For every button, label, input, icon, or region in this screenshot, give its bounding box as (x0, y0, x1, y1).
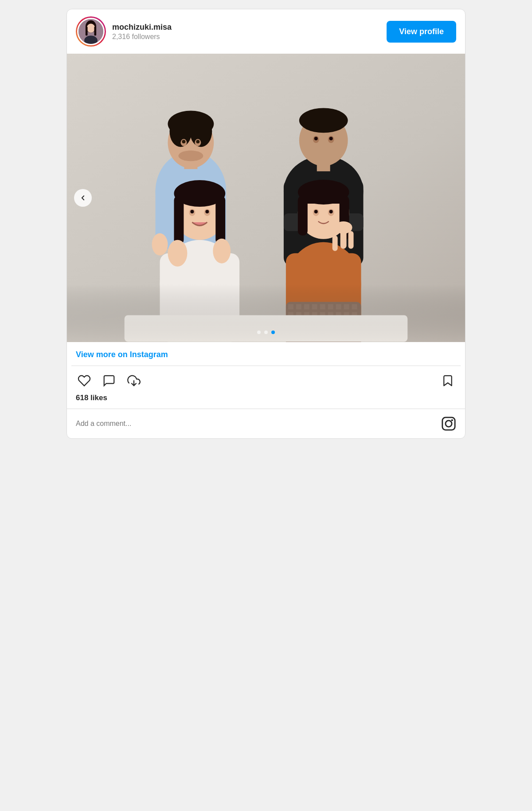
carousel-dot-2[interactable] (264, 331, 268, 334)
svg-point-75 (314, 210, 318, 213)
comment-area (67, 409, 465, 438)
avatar-ring[interactable] (76, 16, 106, 47)
svg-rect-84 (442, 417, 455, 430)
svg-rect-78 (348, 231, 354, 249)
comment-input[interactable] (76, 420, 441, 428)
svg-point-26 (316, 109, 332, 121)
post-header: mochizuki.misa 2,316 followers View prof… (67, 9, 465, 54)
comment-button[interactable] (101, 372, 117, 389)
share-button[interactable] (125, 372, 142, 389)
actions-row (67, 366, 465, 392)
followers-count: 2,316 followers (112, 33, 172, 41)
actions-left (76, 372, 142, 389)
svg-rect-5 (94, 27, 96, 36)
like-button[interactable] (76, 372, 93, 389)
svg-point-2 (87, 24, 95, 33)
svg-point-44 (152, 233, 168, 256)
svg-point-80 (335, 221, 352, 234)
heart-icon (78, 374, 91, 387)
svg-point-43 (168, 240, 187, 267)
chevron-left-icon (79, 194, 87, 202)
post-image-container (67, 54, 465, 342)
view-more-link[interactable]: View more on Instagram (76, 350, 168, 359)
profile-section: mochizuki.misa 2,316 followers (76, 16, 172, 47)
carousel-dots (257, 331, 275, 334)
svg-point-30 (329, 137, 333, 140)
svg-point-86 (451, 419, 453, 421)
svg-point-17 (182, 140, 185, 143)
carousel-prev-button[interactable] (74, 189, 92, 207)
svg-rect-70 (304, 196, 344, 204)
view-profile-button[interactable]: View profile (387, 21, 456, 43)
username: mochizuki.misa (112, 23, 172, 32)
view-more-section: View more on Instagram (67, 342, 465, 366)
svg-point-19 (178, 150, 203, 161)
likes-count: 618 likes (67, 392, 465, 409)
svg-rect-38 (215, 196, 225, 244)
svg-point-29 (314, 137, 318, 140)
svg-point-42 (205, 210, 209, 213)
svg-point-76 (329, 210, 333, 213)
profile-info: mochizuki.misa 2,316 followers (112, 23, 172, 41)
svg-point-18 (196, 140, 200, 143)
carousel-dot-3[interactable] (271, 331, 275, 334)
share-icon (127, 374, 141, 387)
svg-point-45 (213, 239, 231, 264)
svg-rect-37 (174, 196, 184, 244)
svg-rect-79 (332, 236, 338, 251)
post-image (67, 54, 465, 342)
bookmark-icon (441, 374, 454, 387)
instagram-logo (441, 416, 456, 431)
comment-icon (102, 374, 116, 387)
svg-rect-71 (298, 196, 308, 236)
instagram-card: mochizuki.misa 2,316 followers View prof… (66, 9, 466, 439)
svg-point-20 (184, 112, 197, 122)
instagram-icon (441, 416, 456, 431)
svg-rect-4 (86, 27, 88, 36)
svg-point-85 (446, 421, 452, 427)
carousel-dot-1[interactable] (257, 331, 261, 334)
avatar (77, 18, 105, 45)
bookmark-button[interactable] (439, 372, 456, 389)
svg-point-41 (190, 210, 194, 213)
